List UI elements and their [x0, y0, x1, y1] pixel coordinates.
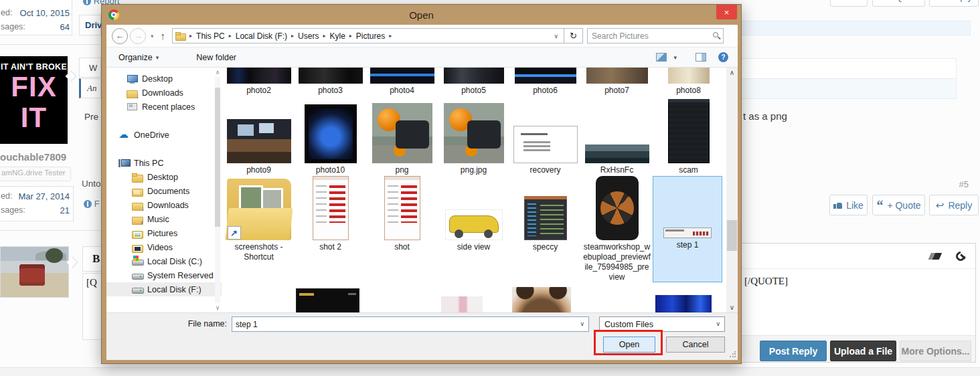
file-item[interactable]: scam — [653, 99, 724, 175]
quote-button[interactable]: “+ Quote — [872, 195, 925, 215]
sidebar-item[interactable]: Documents — [106, 184, 222, 198]
reply-button-cut[interactable]: ↩Reply — [929, 0, 979, 7]
sidebar-item[interactable]: Videos — [106, 240, 222, 254]
file-item[interactable]: photo5 — [438, 68, 509, 96]
close-button[interactable]: × — [716, 5, 737, 19]
scroll-up-icon[interactable]: ∧ — [214, 69, 221, 76]
file-list-scrollbar[interactable]: ∧ ∨ — [726, 68, 738, 312]
reply-arrow-icon: ↩ — [936, 199, 945, 211]
sidebar-item[interactable]: Local Disk (C:) — [106, 254, 222, 268]
organize-menu[interactable]: Organize▾ — [118, 53, 159, 62]
file-name-combo[interactable]: ∨ — [232, 316, 589, 332]
username[interactable]: ouchable7809 — [0, 151, 70, 163]
quote-button-cut[interactable]: “+ Quote — [872, 0, 925, 7]
tree-item-icon — [127, 102, 138, 112]
divider — [0, 230, 100, 231]
new-folder-button[interactable]: New folder — [196, 53, 236, 62]
scroll-up-icon[interactable]: ∧ — [726, 68, 738, 78]
dialog-title-bar[interactable]: Open × — [102, 5, 741, 25]
file-item[interactable]: steamworkshop_webupload_previewfile_7599… — [581, 176, 653, 282]
post-number[interactable]: #5 — [937, 179, 969, 189]
file-item[interactable]: photo7 — [581, 68, 653, 96]
breadcrumb-item[interactable]: This PC — [196, 31, 225, 41]
address-dropdown-icon[interactable]: ∨ — [554, 33, 558, 39]
post-reply-button[interactable]: Post Reply — [760, 341, 827, 361]
upload-file-button[interactable]: Upload a File — [830, 341, 896, 361]
search-box[interactable] — [587, 28, 724, 43]
partial-thumbnail[interactable] — [296, 288, 359, 312]
file-item[interactable]: recovery — [509, 99, 581, 175]
up-button[interactable]: ↑ — [161, 30, 166, 41]
user-avatar[interactable]: IT AIN'T BROKE FIX IT — [0, 56, 68, 144]
drive-link-box[interactable]: Driv — [79, 15, 101, 35]
file-item[interactable]: photo3 — [295, 68, 366, 96]
file-item[interactable]: photo2 — [223, 68, 295, 96]
file-item[interactable]: speccy — [509, 176, 581, 282]
view-thumbnails-icon[interactable] — [656, 53, 667, 62]
file-item[interactable]: photo9 — [223, 99, 295, 175]
sidebar-item[interactable]: Local Disk (F:) — [106, 282, 222, 296]
file-item[interactable]: photo8 — [653, 68, 724, 96]
sidebar-item[interactable]: Downloads — [106, 86, 222, 100]
wrench-button[interactable] — [951, 247, 970, 266]
sidebar-scrollbar[interactable]: ∧ ∨ — [214, 68, 221, 312]
report-link-fragment[interactable]: F — [84, 199, 100, 209]
breadcrumb-item[interactable]: Kyle — [329, 31, 345, 41]
file-item[interactable]: side view — [438, 176, 509, 282]
editor-text[interactable]: [/QUOTE] — [744, 276, 788, 287]
partial-thumbnail[interactable] — [441, 296, 483, 312]
partial-thumbnail[interactable] — [655, 295, 712, 312]
eraser-button[interactable] — [926, 247, 945, 266]
back-button[interactable]: ← — [112, 28, 128, 44]
file-item[interactable]: RxHsnFc — [581, 99, 653, 175]
resize-grip[interactable] — [729, 351, 736, 358]
view-dropdown-icon[interactable]: ▾ — [673, 54, 677, 61]
dialog-main: Desktop Downloads Recent places OneDrive… — [106, 68, 738, 312]
like-button-cut[interactable]: Like — [830, 0, 868, 7]
chevron-down-icon: ∨ — [716, 320, 720, 327]
like-button[interactable]: Like — [829, 195, 868, 215]
search-input[interactable] — [588, 31, 702, 41]
scrollbar-thumb[interactable] — [727, 220, 737, 251]
avatar-text-line1: IT AIN'T BROKE — [0, 56, 68, 72]
sidebar-item[interactable]: This PC — [106, 156, 222, 170]
preview-pane-icon[interactable] — [696, 53, 706, 62]
reply-button[interactable]: ↩Reply — [929, 195, 979, 215]
sidebar-item[interactable]: OneDrive — [106, 128, 222, 142]
file-item[interactable]: png — [366, 99, 438, 175]
refresh-button[interactable]: ↻ — [564, 28, 583, 43]
file-name-input[interactable] — [232, 317, 567, 331]
breadcrumb-item[interactable]: Local Disk (F:) — [236, 31, 287, 41]
breadcrumb-item[interactable]: Pictures — [356, 31, 385, 41]
file-item[interactable]: step 1 — [653, 176, 722, 282]
user-avatar-car[interactable] — [0, 246, 69, 298]
tab-active[interactable]: An — [79, 78, 101, 98]
file-item[interactable]: png.jpg — [438, 99, 509, 175]
history-dropdown-icon[interactable]: ▾ — [151, 33, 154, 39]
breadcrumb[interactable]: ▸ This PC ▸ Local Disk (F:) ▸ Users ▸ Ky… — [172, 28, 564, 43]
help-icon[interactable]: ? — [718, 52, 728, 62]
scroll-down-icon[interactable]: ∨ — [214, 304, 221, 311]
more-options-button[interactable]: More Options... — [900, 341, 971, 361]
file-item[interactable]: shot — [366, 176, 438, 282]
sidebar-item[interactable]: Desktop — [106, 72, 222, 86]
tab-watch[interactable]: W — [79, 58, 101, 78]
file-item[interactable]: photo10 — [295, 99, 366, 175]
cancel-button[interactable]: Cancel — [666, 337, 725, 353]
partial-thumbnail[interactable] — [512, 287, 571, 312]
scrollbar-thumb[interactable] — [215, 88, 220, 227]
file-item[interactable]: ↗ screenshots - Shortcut — [223, 176, 295, 282]
sidebar-item[interactable]: Pictures — [106, 226, 222, 240]
sidebar-item[interactable]: Music — [106, 212, 222, 226]
sidebar-item[interactable]: Desktop — [106, 170, 222, 184]
divider — [0, 44, 100, 45]
sidebar-item[interactable]: Downloads — [106, 198, 222, 212]
scroll-down-icon[interactable]: ∨ — [726, 302, 738, 312]
sidebar-item[interactable]: System Reserved — [106, 268, 222, 282]
sidebar-item[interactable]: Recent places — [106, 100, 222, 114]
file-item[interactable]: shot 2 — [295, 176, 366, 282]
breadcrumb-item[interactable]: Users — [298, 31, 319, 41]
file-item[interactable]: photo6 — [509, 68, 581, 96]
file-item[interactable]: photo4 — [366, 68, 438, 96]
chevron-down-icon[interactable]: ∨ — [580, 320, 584, 327]
